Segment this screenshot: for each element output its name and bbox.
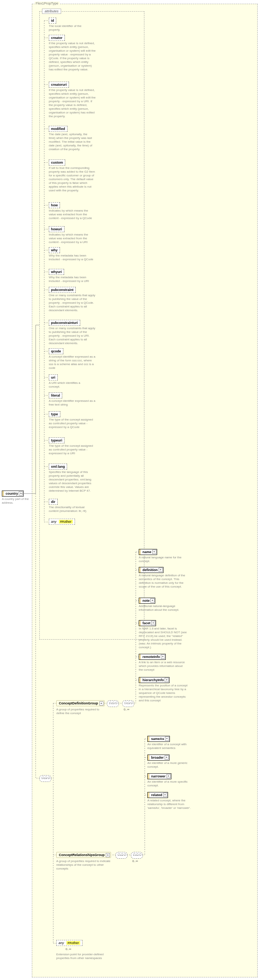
child-broader[interactable]: broader+ xyxy=(147,754,170,760)
attr-why-desc: Why the metadata has been included - exp… xyxy=(49,254,94,261)
attr-creatoruri[interactable]: creatoruri xyxy=(49,82,69,88)
expand-icon[interactable]: + xyxy=(151,598,154,603)
attr-any-other[interactable]: any ##other xyxy=(49,519,75,525)
child-sameas[interactable]: sameAs+ xyxy=(147,736,170,742)
type-label: Flex1PropType xyxy=(35,2,59,5)
group-conceptrelationships[interactable]: ConceptRelationshipsGroup+ xyxy=(56,852,111,858)
attr-modified[interactable]: modified xyxy=(49,126,67,132)
group-def-desc: A group of properties required to define… xyxy=(56,708,105,715)
rel-seq2 xyxy=(131,852,143,859)
child-hierarchyinfo-desc: Represents the position of a concept in … xyxy=(139,684,189,703)
expand-icon[interactable]: + xyxy=(165,678,169,682)
any-elem-label: any xyxy=(59,941,64,945)
attr-typeuri[interactable]: typeuri xyxy=(49,438,64,443)
attr-why[interactable]: why xyxy=(49,247,60,253)
attr-type[interactable]: type xyxy=(49,411,60,417)
expand-icon[interactable]: + xyxy=(106,853,110,857)
attr-custom[interactable]: custom xyxy=(49,159,65,165)
attr-literal-desc: A concept identifier expressed as a free… xyxy=(49,399,96,407)
def-occ: 0..∞ xyxy=(124,708,130,711)
child-name[interactable]: name+ xyxy=(139,549,157,555)
expand-icon[interactable]: + xyxy=(99,702,104,705)
group-def-label: ConceptDefinitionGroup xyxy=(59,702,98,705)
expand-icon[interactable]: + xyxy=(152,550,156,554)
child-remoteinfo[interactable]: remoteInfo+ xyxy=(139,654,166,660)
child-narrower[interactable]: narrower+ xyxy=(147,773,171,779)
attr-literal[interactable]: literal xyxy=(49,393,62,398)
attr-creatoruri-desc: If the property value is not defined, sp… xyxy=(49,88,96,118)
child-hierarchyinfo[interactable]: hierarchyInfo+ xyxy=(139,677,170,683)
child-note[interactable]: note+ xyxy=(139,598,155,604)
any-elem-occ: 0..∞ xyxy=(66,947,71,951)
root-desc: A country part of the address. xyxy=(2,497,31,505)
attr-id[interactable]: id xyxy=(49,18,56,24)
child-related-desc: A related concept, where the relationshi… xyxy=(147,799,194,810)
attr-xmllang-desc: Specifies the language of this property … xyxy=(49,470,96,493)
attr-how[interactable]: how xyxy=(49,202,60,208)
expand-icon[interactable]: + xyxy=(167,774,171,778)
any-elem-desc: Extension point for provider-defined pro… xyxy=(56,953,107,960)
group-rel-desc: A group of properties required to indica… xyxy=(56,859,110,871)
attr-any-tag: ##other xyxy=(59,520,73,523)
child-definition[interactable]: definition+ xyxy=(139,567,163,573)
attr-creator-desc: If the property value is not defined, sp… xyxy=(49,41,96,72)
expand-icon[interactable]: + xyxy=(19,491,23,495)
group-conceptdefinition[interactable]: ConceptDefinitionGroup+ xyxy=(56,700,105,706)
attr-howuri-desc: Indicates by which means the value was e… xyxy=(49,233,94,244)
child-related[interactable]: related+ xyxy=(147,792,168,798)
attr-xmllang[interactable]: xml:lang xyxy=(49,464,67,469)
expand-icon[interactable]: + xyxy=(159,568,163,572)
attr-modified-desc: The date (and, optionally, the time) whe… xyxy=(49,132,94,151)
root-sequence xyxy=(39,775,51,782)
attr-pubconstrainturi[interactable]: pubconstrainturi xyxy=(49,320,80,326)
attr-how-desc: Indicates by which means the value was e… xyxy=(49,209,94,220)
attr-howuri[interactable]: howuri xyxy=(49,226,64,232)
child-facet[interactable]: facet+ xyxy=(139,620,156,626)
child-remoteinfo-desc: A link to an item or a web resource whic… xyxy=(139,660,186,672)
expand-icon[interactable]: + xyxy=(161,655,165,659)
group-rel-label: ConceptRelationshipsGroup xyxy=(59,853,105,857)
attr-id-desc: The local identifier of the property. xyxy=(49,24,88,32)
expand-icon[interactable]: + xyxy=(151,621,155,625)
attr-any-label: any xyxy=(51,520,57,523)
attr-whyuri[interactable]: whyuri xyxy=(49,269,64,275)
def-seq1 xyxy=(107,700,119,707)
expand-icon[interactable]: + xyxy=(165,737,169,741)
child-narrower-desc: An identifier of a more specific concept… xyxy=(147,780,194,788)
attr-qcode-desc: A concept identifier expressed as a stri… xyxy=(49,355,96,370)
rel-seq1 xyxy=(115,852,128,859)
attr-dir[interactable]: dir xyxy=(49,499,58,505)
attr-dir-desc: The directionality of textual content (e… xyxy=(49,506,94,513)
child-broader-desc: An identifier of a more generic concept. xyxy=(147,761,194,769)
expand-icon[interactable]: + xyxy=(165,755,169,759)
attr-pubconstraint[interactable]: pubconstraint xyxy=(49,287,76,293)
child-definition-desc: A natural-language definition of the sem… xyxy=(139,574,187,589)
child-note-desc: Additional natural-language information … xyxy=(139,605,184,612)
root-country[interactable]: country+ xyxy=(2,490,24,496)
attr-whyuri-desc: Why the metadata has been included - exp… xyxy=(49,275,94,283)
def-seq2 xyxy=(122,700,134,707)
attr-type-desc: The type of the concept assigned as cont… xyxy=(49,418,96,429)
rel-occ: 0..∞ xyxy=(132,859,138,863)
child-name-desc: A natural language name for the concept. xyxy=(139,556,182,563)
attr-custom-desc: If set to true the corresponding propert… xyxy=(49,166,96,192)
root-label: country xyxy=(6,492,18,495)
attr-uri-desc: A URI which identifies a concept. xyxy=(49,381,90,389)
attr-pubconstraint-desc: One or many constraints that apply to pu… xyxy=(49,294,96,312)
any-elem-tag: ##other xyxy=(66,941,80,945)
attr-typeuri-desc: The type of the concept assigned as cont… xyxy=(49,444,96,455)
attr-qcode[interactable]: qcode xyxy=(49,348,63,354)
attr-creator[interactable]: creator xyxy=(49,35,65,41)
expand-icon[interactable]: + xyxy=(163,793,167,797)
child-facet-desc: In NAR 1.8 and later, facet is deprecate… xyxy=(139,627,187,649)
child-sameas-desc: An identifier of a concept with equivale… xyxy=(147,743,194,750)
attributes-header: attributes xyxy=(42,9,61,14)
element-any-other[interactable]: any ##other xyxy=(56,940,83,946)
diagram-canvas: { "root": { "label": "country", "desc": … xyxy=(0,0,261,980)
attr-pubconstrainturi-desc: One or many constraints that apply to pu… xyxy=(49,326,96,345)
attr-uri[interactable]: uri xyxy=(49,374,58,380)
